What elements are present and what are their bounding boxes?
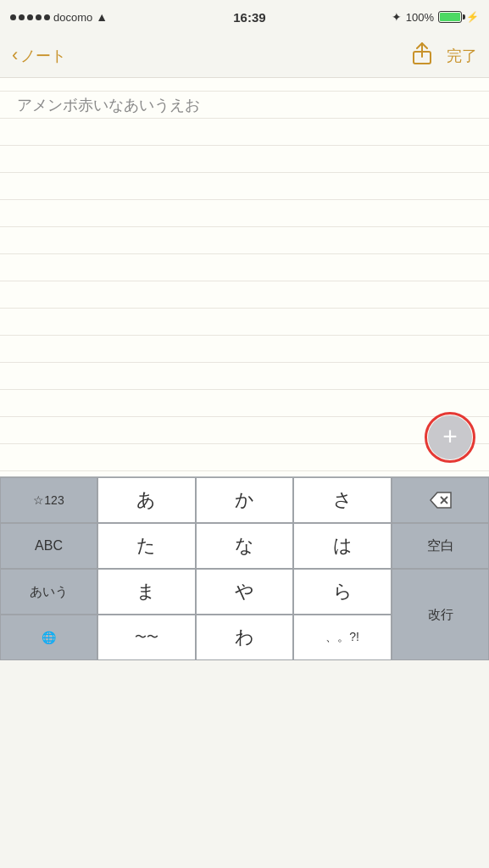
key-space[interactable]: 空白	[392, 523, 489, 569]
done-button[interactable]: 完了	[447, 46, 477, 66]
key-punctuation[interactable]: 、。?!	[293, 615, 392, 660]
key-na[interactable]: な	[196, 523, 294, 569]
key-ma[interactable]: ま	[97, 569, 196, 615]
keyboard-row-1: ☆123 あ か さ	[0, 477, 489, 523]
key-ya[interactable]: や	[196, 569, 294, 615]
status-right: ✦ 100% ⚡	[392, 10, 479, 24]
key-backspace[interactable]	[392, 477, 489, 523]
keyboard: ☆123 あ か さ ABC た な は 空白 あいう ま や ら 改行 🌐 〜…	[0, 476, 489, 660]
status-time: 16:39	[233, 10, 265, 25]
back-chevron-icon: ‹	[12, 46, 18, 64]
key-sa[interactable]: さ	[293, 477, 392, 523]
plus-icon: +	[442, 424, 458, 449]
note-text: アメンボ赤いなあいうえお	[17, 92, 472, 119]
battery-icon-container	[438, 11, 462, 23]
status-bar: docomo ▲ 16:39 ✦ 100% ⚡	[0, 0, 489, 34]
key-aiou[interactable]: あいう	[0, 569, 97, 615]
keyboard-row-3: あいう ま や ら 改行	[0, 569, 489, 615]
key-return[interactable]: 改行	[392, 569, 489, 660]
nav-right-actions: 完了	[413, 42, 477, 70]
key-wa[interactable]: わ	[196, 615, 294, 660]
key-a[interactable]: あ	[97, 477, 196, 523]
key-ka[interactable]: か	[196, 477, 294, 523]
battery-percent-label: 100%	[406, 11, 434, 24]
key-abc[interactable]: ABC	[0, 523, 97, 569]
status-left: docomo ▲	[10, 10, 108, 24]
share-button[interactable]	[413, 42, 431, 70]
bluetooth-icon: ✦	[392, 10, 402, 24]
add-button-outline: +	[425, 412, 475, 463]
key-star123[interactable]: ☆123	[0, 477, 97, 523]
key-tilde[interactable]: 〜〜	[97, 615, 196, 660]
key-ha[interactable]: は	[293, 523, 392, 569]
key-globe[interactable]: 🌐	[0, 615, 97, 660]
note-content-area[interactable]: アメンボ赤いなあいうえお +	[0, 78, 489, 476]
add-button[interactable]: +	[428, 415, 472, 459]
nav-bar: ‹ ノート 完了	[0, 34, 489, 78]
charging-icon: ⚡	[466, 11, 479, 23]
battery-fill	[440, 13, 460, 21]
wifi-icon: ▲	[96, 10, 108, 24]
carrier-label: docomo	[53, 11, 92, 24]
key-ta[interactable]: た	[97, 523, 196, 569]
signal-dots	[10, 14, 50, 20]
battery-icon	[438, 11, 462, 23]
keyboard-row-2: ABC た な は 空白	[0, 523, 489, 569]
add-button-container: +	[425, 412, 475, 463]
back-label: ノート	[20, 46, 66, 66]
back-button[interactable]: ‹ ノート	[12, 46, 66, 66]
key-ra[interactable]: ら	[293, 569, 392, 615]
